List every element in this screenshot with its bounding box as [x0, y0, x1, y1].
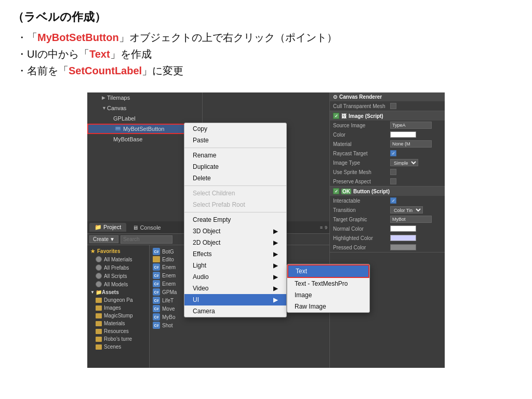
menu-delete[interactable]: Delete	[184, 172, 286, 184]
preserve-aspect-row: Preserve Aspect	[330, 177, 445, 186]
pressed-color-swatch[interactable]	[390, 244, 416, 250]
fav-all-models[interactable]: All Models	[87, 280, 149, 288]
menu-effects[interactable]: Effects ▶	[184, 248, 286, 260]
raycast-checkbox[interactable]: ✓	[390, 150, 396, 156]
assets-dungeon[interactable]: Dungeon Pa	[87, 296, 149, 304]
transition-label: Transition	[333, 207, 390, 213]
highlighted-color-label: Highlighted Color	[333, 235, 390, 241]
hierarchy-item-tilemaps[interactable]: ▶ Tilemaps	[87, 92, 202, 103]
menu-video[interactable]: Video ▶	[184, 283, 286, 294]
cs-icon: C#	[153, 297, 160, 304]
use-sprite-row: Use Sprite Mesh	[330, 167, 445, 177]
scripts-icon	[96, 273, 102, 279]
menu-ui[interactable]: UI ▶	[184, 294, 286, 305]
menu-duplicate[interactable]: Duplicate	[184, 161, 286, 172]
image-type-select[interactable]: Simple	[390, 159, 418, 166]
color-swatch[interactable]	[390, 131, 416, 138]
assets-robo[interactable]: Robo's turre	[87, 335, 149, 343]
canvas-renderer-header: ⊙ Canvas Renderer	[330, 92, 445, 101]
button-icon	[114, 125, 122, 132]
materials-folder-icon	[96, 321, 102, 326]
sprite-checkbox[interactable]	[390, 169, 396, 175]
asset-row-shot[interactable]: C#Shot	[150, 321, 329, 329]
ui-label: UI	[193, 296, 199, 303]
menu-paste[interactable]: Paste	[184, 135, 286, 146]
submenu-image[interactable]: Image	[287, 289, 369, 301]
favorites-panel: ★ Favorites All Materials All Prefabs Al…	[87, 245, 150, 368]
submenu-raw-image[interactable]: Raw Image	[287, 301, 369, 312]
source-image-input[interactable]	[390, 122, 432, 129]
submenu-textmeshpro[interactable]: Text - TextMeshPro	[287, 278, 369, 289]
button-script-header: ✓ OK Button (Script)	[330, 187, 445, 196]
hierarchy-item-gplabel[interactable]: GPLabel	[87, 113, 202, 124]
menu-2d-object[interactable]: 2D Object ▶	[184, 237, 286, 248]
screenshot-area: ▶ Tilemaps ▼ Canvas GPLabel MyBotSetButt…	[87, 92, 445, 368]
assets-magicstump[interactable]: MagicStump	[87, 312, 149, 320]
separator-3	[184, 212, 286, 212]
hierarchy-item-canvas[interactable]: ▼ Canvas	[87, 103, 202, 113]
preserve-checkbox[interactable]	[390, 178, 396, 184]
tab-project[interactable]: 📁 Project	[89, 223, 126, 232]
menu-audio[interactable]: Audio ▶	[184, 271, 286, 283]
cs-icon: C#	[153, 280, 160, 287]
light-arrow: ▶	[273, 262, 278, 269]
cs-icon: C#	[153, 263, 160, 271]
preserve-aspect-label: Preserve Aspect	[333, 179, 390, 184]
cs-icon: C#	[153, 272, 160, 279]
resources-folder-icon	[96, 329, 102, 334]
search-input[interactable]	[121, 235, 172, 244]
color-label: Color	[333, 132, 390, 138]
create-button[interactable]: Create ▼	[89, 235, 118, 243]
fav-all-prefabs[interactable]: All Prefabs	[87, 263, 149, 272]
video-arrow: ▶	[273, 285, 278, 292]
effects-arrow: ▶	[273, 250, 278, 258]
3d-object-label: 3D Object	[193, 228, 220, 235]
assets-arrow: ▼	[90, 290, 95, 295]
source-image-row: Source Image	[330, 121, 445, 130]
dungeon-folder-icon	[96, 298, 102, 303]
target-graphic-input[interactable]	[390, 216, 432, 223]
fav-all-scripts[interactable]: All Scripts	[87, 272, 149, 280]
hierarchy-label: MyBotSetButton	[123, 126, 165, 132]
hierarchy-label: MyBotBase	[113, 136, 142, 142]
interactable-checkbox[interactable]: ✓	[390, 197, 396, 204]
video-label: Video	[193, 285, 208, 292]
prefabs-icon	[96, 264, 102, 271]
target-graphic-label: Target Graphic	[333, 217, 390, 222]
cull-checkbox[interactable]	[390, 103, 396, 109]
keyword-text: Text	[89, 48, 110, 60]
images-folder-icon	[96, 305, 102, 311]
camera-icon: ⊙	[333, 94, 337, 100]
image-check[interactable]: ✓	[333, 113, 339, 119]
ui-submenu: Text Text - TextMeshPro Image Raw Image	[287, 264, 370, 313]
ui-arrow: ▶	[273, 296, 278, 303]
menu-camera[interactable]: Camera	[184, 305, 286, 317]
effects-label: Effects	[193, 250, 211, 258]
assets-scenes[interactable]: Scenes	[87, 343, 149, 351]
highlighted-color-swatch[interactable]	[390, 235, 416, 241]
menu-3d-object[interactable]: 3D Object ▶	[184, 225, 286, 237]
menu-rename[interactable]: Rename	[184, 150, 286, 161]
button-script-label: Button (Script)	[353, 189, 390, 194]
transition-row: Transition Color Tin	[330, 205, 445, 215]
menu-create-empty[interactable]: Create Empty	[184, 214, 286, 225]
transition-select[interactable]: Color Tin	[390, 206, 423, 214]
fav-all-materials[interactable]: All Materials	[87, 255, 149, 263]
button-check[interactable]: ✓	[333, 188, 339, 194]
assets-resources[interactable]: Resources	[87, 327, 149, 335]
menu-light[interactable]: Light ▶	[184, 260, 286, 271]
assets-materials[interactable]: Materials	[87, 320, 149, 327]
normal-color-swatch[interactable]	[390, 225, 416, 232]
raycast-target-row: Raycast Target ✓	[330, 149, 445, 158]
layers-icon: ≡	[320, 225, 323, 230]
folder-icon	[153, 256, 160, 262]
material-input[interactable]	[390, 140, 432, 148]
menu-copy[interactable]: Copy	[184, 123, 286, 135]
submenu-text[interactable]: Text	[287, 264, 369, 278]
ok-badge: OK	[341, 189, 351, 194]
assets-images[interactable]: Images	[87, 304, 149, 312]
tab-console[interactable]: 🖥 Console	[127, 223, 166, 232]
materials-icon	[96, 256, 102, 262]
interactable-row: Interactable ✓	[330, 196, 445, 205]
pressed-color-row: Pressed Color	[330, 243, 445, 252]
